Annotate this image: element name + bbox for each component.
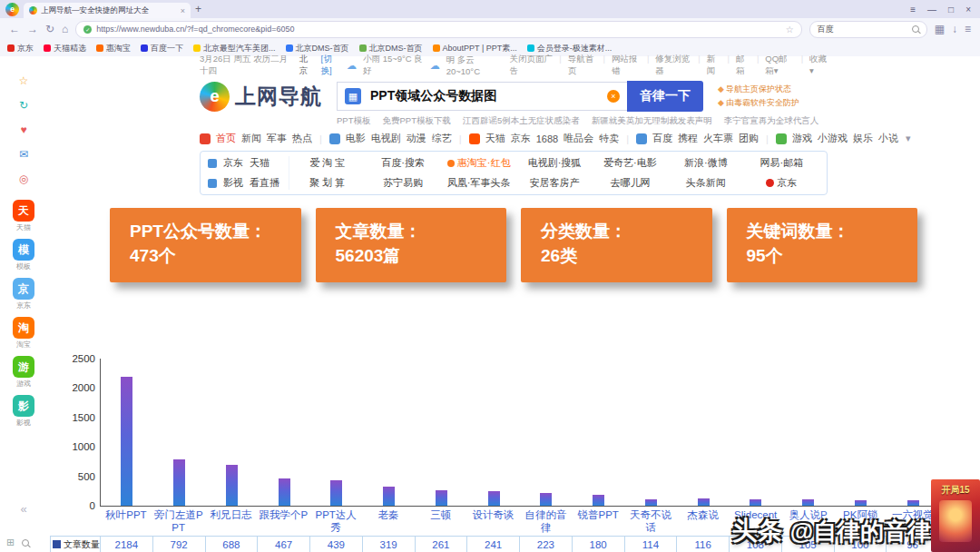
quick-link[interactable]: 新浪·微博 <box>684 156 728 170</box>
quick-link[interactable]: 头条新闻 <box>686 176 726 190</box>
browser-menu-icon[interactable]: ≡ <box>965 23 971 35</box>
bookmark-item[interactable]: AboutPPT | PPT素... <box>433 43 517 54</box>
sidebar-app-item[interactable]: 京京东 <box>13 278 34 310</box>
quick-link[interactable]: 京东 <box>223 156 243 170</box>
search-button[interactable]: 音律一下 <box>627 81 703 112</box>
mail-icon[interactable]: ✉ <box>19 148 28 161</box>
infobar-link[interactable]: 邮箱 <box>736 54 750 77</box>
infobar-link[interactable]: 导航首页 <box>568 54 597 77</box>
nav-link[interactable]: 综艺 <box>432 132 452 145</box>
home-icon[interactable]: ⌂ <box>62 23 68 35</box>
minimize-icon[interactable]: — <box>927 5 936 15</box>
hot-word-link[interactable]: 免费PPT模板下载 <box>382 115 450 127</box>
hot-word-link[interactable]: PPT模板 <box>337 115 370 127</box>
download-icon[interactable]: ↓ <box>952 23 957 35</box>
grid-menu-icon[interactable]: ⊞ <box>6 537 15 548</box>
nav-link[interactable]: 京东 <box>511 132 531 145</box>
nav-link[interactable]: 唯品会 <box>564 132 593 145</box>
nav-link[interactable]: 电视剧 <box>371 132 401 145</box>
bookmark-item[interactable]: 北京DMS-首页 <box>359 43 423 54</box>
quick-link[interactable]: 苏宁易购 <box>383 176 423 190</box>
quick-link[interactable]: 天猫 <box>250 156 270 170</box>
clear-search-icon[interactable]: × <box>607 90 620 103</box>
forward-icon[interactable]: → <box>27 23 38 35</box>
hot-word-link[interactable]: 李宁官宣再为全球代言人 <box>724 115 819 127</box>
zoom-icon[interactable] <box>22 539 29 547</box>
search-input[interactable] <box>368 88 600 104</box>
quick-link[interactable]: 看直播 <box>250 176 279 190</box>
nav-link[interactable]: 天猫 <box>485 132 505 145</box>
nav-link[interactable]: 动漫 <box>407 132 426 145</box>
infobar-link[interactable]: 修复浏览器 <box>655 54 691 77</box>
quick-link[interactable]: 电视剧·搜狐 <box>528 156 582 170</box>
browser-tab[interactable]: 上网导航—安全快捷的网址大全 × <box>24 3 191 18</box>
quick-search-field[interactable]: 百度 <box>809 21 927 38</box>
search-category-icon[interactable]: ▦ <box>345 88 361 104</box>
quick-link[interactable]: 凤凰·军事头条 <box>447 176 511 190</box>
chevron-down-icon[interactable]: ▾ <box>906 133 911 144</box>
screenshot-icon[interactable]: ◎ <box>19 172 28 185</box>
bookmark-item[interactable]: 北京最型汽车美团... <box>193 43 276 54</box>
quick-link[interactable]: 京东 <box>766 176 797 190</box>
quick-link[interactable]: 百度·搜索 <box>381 156 425 170</box>
bookmark-item[interactable]: 惠淘宝 <box>96 43 131 54</box>
tab-close-icon[interactable]: × <box>181 6 185 15</box>
nav-link[interactable]: 小游戏 <box>818 132 848 145</box>
nav-link[interactable]: 娱乐 <box>853 132 873 145</box>
history-icon[interactable]: ↻ <box>19 99 28 112</box>
quick-link[interactable]: 爱 淘 宝 <box>309 156 345 170</box>
nav-link[interactable]: 军事 <box>267 132 287 145</box>
nav-link[interactable]: 携程 <box>678 132 698 145</box>
favorite-icon[interactable]: ♥ <box>20 123 26 136</box>
nav-link[interactable]: 电影 <box>346 132 366 145</box>
bookmark-star-icon[interactable]: ☆ <box>786 25 794 34</box>
hot-word-link[interactable]: 江西辟谣5例本土无症状感染者 <box>463 115 580 127</box>
close-icon[interactable]: × <box>965 5 971 15</box>
nav-link[interactable]: 首页 <box>216 132 236 145</box>
nav-link[interactable]: 新闻 <box>241 132 261 145</box>
refresh-icon[interactable]: ↻ <box>45 23 54 35</box>
sidebar-app-item[interactable]: 游游戏 <box>13 356 34 389</box>
nav-link[interactable]: 1688 <box>536 133 558 144</box>
nav-link[interactable]: 游戏 <box>792 132 812 145</box>
quick-link[interactable]: 网易·邮箱 <box>760 156 803 170</box>
menu-icon[interactable]: ≡ <box>910 5 916 15</box>
infobar-link[interactable]: 关闭页面广告 <box>510 54 554 77</box>
bookmark-item[interactable]: 北京DMS-首页 <box>286 43 349 54</box>
nav-link[interactable]: 团购 <box>739 132 759 145</box>
quick-link[interactable]: 去哪儿网 <box>610 176 650 190</box>
infobar-link[interactable]: 网站报错 <box>612 54 641 77</box>
sidebar-app-item[interactable]: 影影视 <box>13 395 34 428</box>
sidebar-app-item[interactable]: 天天猫 <box>13 200 34 232</box>
infobar-link[interactable]: 收藏▾ <box>809 54 828 77</box>
bookmark-item[interactable]: 会员登录-极速素材... <box>527 43 612 54</box>
url-field[interactable]: ✓ https://www.newduba.cn/?f=qd_chromecor… <box>75 21 801 38</box>
quick-link[interactable]: 惠淘宝·红包 <box>447 156 511 170</box>
bookmark-item[interactable]: 百度一下 <box>141 43 183 54</box>
nav-link[interactable]: 火车票 <box>703 132 733 145</box>
search-icon[interactable] <box>912 25 919 33</box>
nav-link[interactable]: 小说 <box>878 132 898 145</box>
quick-link[interactable]: 爱奇艺·电影 <box>603 156 657 170</box>
nav-link[interactable]: 热点 <box>292 132 312 145</box>
star-icon[interactable]: ☆ <box>19 74 29 87</box>
sidebar-app-item[interactable]: 模模板 <box>13 239 34 271</box>
city-switch-link[interactable]: [切换] <box>321 54 340 77</box>
quick-link[interactable]: 聚 划 算 <box>309 176 345 190</box>
corner-ad-banner[interactable]: 开局15 <box>931 479 980 552</box>
scan-icon[interactable]: ▦ <box>935 23 945 35</box>
new-tab-button[interactable]: + <box>195 3 201 15</box>
nav-link[interactable]: 特卖 <box>599 132 619 145</box>
bookmark-item[interactable]: 京东 <box>7 43 34 54</box>
quick-link[interactable]: 安居客房产 <box>529 176 579 190</box>
sidebar-app-item[interactable]: 淘淘宝 <box>13 317 34 350</box>
collapse-panel-icon[interactable]: « <box>0 502 47 516</box>
maximize-icon[interactable]: □ <box>948 5 954 15</box>
bookmark-item[interactable]: 天猫精选 <box>44 43 86 54</box>
back-icon[interactable]: ← <box>9 23 20 35</box>
quick-link[interactable]: 影视 <box>223 176 243 190</box>
nav-link[interactable]: 百度 <box>652 132 672 145</box>
infobar-link[interactable]: QQ邮箱▾ <box>765 54 794 77</box>
hot-word-link[interactable]: 新疆就美英加无理制裁发表声明 <box>592 115 712 127</box>
search-box[interactable]: ▦ × <box>337 82 627 111</box>
